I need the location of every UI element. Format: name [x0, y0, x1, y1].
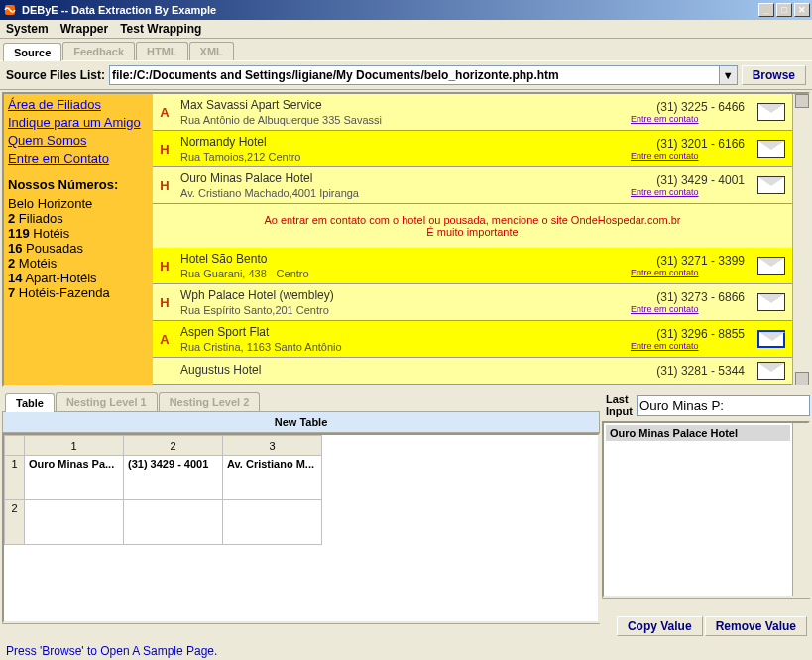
listing-contact-link[interactable]: Entre em contato — [631, 114, 745, 124]
grid-cell[interactable]: Av. Cristiano M... — [223, 456, 322, 500]
close-button[interactable]: ✕ — [794, 3, 810, 17]
listing-contact-link[interactable]: Entre em contato — [631, 304, 745, 314]
listing-phone-col: (31) 3201 - 6166Entre em contato — [631, 137, 745, 161]
row-header[interactable]: 1 — [5, 456, 25, 500]
tab-nesting1[interactable]: Nesting Level 1 — [56, 392, 158, 411]
listing-row[interactable]: Augustus Hotel(31) 3281 - 5344 — [153, 358, 792, 385]
minimize-button[interactable]: _ — [758, 3, 774, 17]
detail-panel: Last Input Ouro Minas Palace Hotel Copy … — [602, 389, 810, 639]
copy-value-button[interactable]: Copy Value — [617, 616, 703, 636]
listing-row[interactable]: HOuro Minas Palace HotelAv. Cristiano Ma… — [153, 167, 792, 204]
contact-notice: Ao entrar em contato com o hotel ou pous… — [153, 204, 792, 248]
sidebar-link-contato[interactable]: Entre em Contato — [8, 151, 149, 165]
path-dropdown[interactable]: ▼ — [720, 65, 738, 85]
listing-contact-link[interactable]: Entre em contato — [631, 341, 745, 351]
window-titlebar: DEByE -- Data Extraction By Example _ □ … — [0, 0, 812, 20]
listing-name: Wph Palace Hotel (wembley) — [180, 288, 631, 302]
listing-tag: H — [157, 142, 173, 157]
maximize-button[interactable]: □ — [776, 3, 792, 17]
listing-info: Max Savassi Apart ServiceRua Antônio de … — [180, 98, 631, 126]
menu-system[interactable]: System — [6, 22, 49, 36]
listing-name: Aspen Sport Flat — [180, 325, 631, 339]
source-files-label: Source Files List: — [6, 68, 105, 82]
listing-row[interactable]: AAspen Sport FlatRua Cristina, 1163 Sant… — [153, 321, 792, 358]
col-header[interactable]: 3 — [223, 436, 322, 456]
listing-tag: H — [157, 295, 173, 310]
stats-title: Nossos Números: — [8, 177, 149, 192]
detail-item[interactable]: Ouro Minas Palace Hotel — [606, 425, 790, 441]
mail-icon[interactable] — [754, 293, 788, 311]
browse-button[interactable]: Browse — [742, 65, 806, 85]
grid-cell[interactable]: (31) 3429 - 4001 — [124, 456, 223, 500]
col-header[interactable]: 2 — [124, 436, 223, 456]
sidebar: Área de Filiados Indique para um Amigo Q… — [4, 94, 153, 385]
menubar: System Wrapper Test Wrapping — [0, 20, 812, 39]
row-header[interactable]: 2 — [5, 500, 25, 545]
mail-icon[interactable] — [754, 176, 788, 194]
listing-info: Augustus Hotel — [180, 363, 631, 379]
grid-cell[interactable] — [25, 500, 124, 545]
listing-phone: (31) 3201 - 6166 — [631, 137, 745, 151]
last-input-field[interactable] — [637, 395, 810, 416]
listing-phone: (31) 3429 - 4001 — [631, 173, 745, 187]
listing-row[interactable]: HHotel São BentoRua Guarani, 438 - Centr… — [153, 248, 792, 284]
sidebar-link-quem[interactable]: Quem Somos — [8, 133, 149, 148]
app-icon — [2, 2, 18, 18]
vertical-scrollbar[interactable] — [792, 94, 808, 385]
remove-value-button[interactable]: Remove Value — [705, 616, 807, 636]
stats: Nossos Números: Belo Horizonte 2 Filiado… — [8, 177, 149, 300]
listing-phone: (31) 3273 - 6866 — [631, 290, 745, 304]
listing-desc: Rua Antônio de Albuquerque 335 Savassi — [180, 114, 631, 126]
listing-phone-col: (31) 3273 - 6866Entre em contato — [631, 290, 745, 314]
new-table-header: New Table — [2, 411, 600, 433]
listing-row[interactable]: HWph Palace Hotel (wembley)Rua Espírito … — [153, 284, 792, 321]
menu-wrapper[interactable]: Wrapper — [60, 22, 108, 36]
listing-phone: (31) 3296 - 8855 — [631, 327, 745, 341]
tab-html[interactable]: HTML — [136, 42, 188, 60]
stats-sub: Belo Horizonte — [8, 196, 149, 211]
col-header[interactable]: 1 — [25, 436, 124, 456]
last-input-row: Last Input — [602, 389, 810, 421]
mail-icon[interactable] — [754, 257, 788, 275]
path-input[interactable] — [109, 65, 720, 85]
mail-icon[interactable] — [754, 362, 788, 380]
horizontal-scrollbar[interactable] — [2, 623, 600, 639]
detail-box: Ouro Minas Palace Hotel — [602, 421, 810, 598]
listing-row[interactable]: HNormandy HotelRua Tamoios,212 Centro(31… — [153, 131, 792, 167]
stats-row: 16 Pousadas — [8, 241, 149, 256]
bottom-area: Table Nesting Level 1 Nesting Level 2 Ne… — [2, 389, 810, 639]
listing-info: Normandy HotelRua Tamoios,212 Centro — [180, 135, 631, 163]
listings-panel: AMax Savassi Apart ServiceRua Antônio de… — [153, 94, 792, 385]
tab-source[interactable]: Source — [3, 43, 61, 61]
listing-desc: Rua Tamoios,212 Centro — [180, 151, 631, 163]
tab-nesting2[interactable]: Nesting Level 2 — [159, 392, 261, 411]
tab-xml[interactable]: XML — [189, 42, 234, 60]
listing-phone: (31) 3225 - 6466 — [631, 100, 745, 114]
sidebar-link-filiados[interactable]: Área de Filiados — [8, 97, 149, 112]
stats-row: 7 Hotéis-Fazenda — [8, 285, 149, 300]
detail-scrollbar[interactable] — [792, 423, 808, 596]
listing-row[interactable]: AMax Savassi Apart ServiceRua Antônio de… — [153, 94, 792, 131]
listing-info: Ouro Minas Palace HotelAv. Cristiano Mac… — [180, 171, 631, 199]
listing-name: Augustus Hotel — [180, 363, 631, 377]
status-bar: Press 'Browse' to Open A Sample Page. — [0, 641, 812, 660]
sidebar-link-indique[interactable]: Indique para um Amigo — [8, 115, 149, 130]
grid-cell[interactable] — [223, 500, 322, 545]
tab-table[interactable]: Table — [5, 393, 55, 412]
listing-contact-link[interactable]: Entre em contato — [631, 268, 745, 277]
data-grid[interactable]: 1 2 3 1 Ouro Minas Pa... (31) 3429 - 400… — [2, 433, 600, 623]
listing-info: Hotel São BentoRua Guarani, 438 - Centro — [180, 252, 631, 279]
menu-test-wrapping[interactable]: Test Wrapping — [120, 22, 201, 36]
grid-cell[interactable] — [124, 500, 223, 545]
mail-icon[interactable] — [754, 330, 788, 348]
listing-desc: Av. Cristiano Machado,4001 Ipiranga — [180, 187, 631, 199]
tab-feedback[interactable]: Feedback — [62, 42, 135, 60]
listing-name: Hotel São Bento — [180, 252, 631, 266]
mail-icon[interactable] — [754, 140, 788, 158]
listing-contact-link[interactable]: Entre em contato — [631, 151, 745, 161]
listing-phone-col: (31) 3429 - 4001Entre em contato — [631, 173, 745, 197]
mail-icon[interactable] — [754, 103, 788, 121]
grid-cell[interactable]: Ouro Minas Pa... — [25, 456, 124, 500]
listing-contact-link[interactable]: Entre em contato — [631, 187, 745, 197]
detail-hscrollbar[interactable] — [602, 598, 810, 613]
